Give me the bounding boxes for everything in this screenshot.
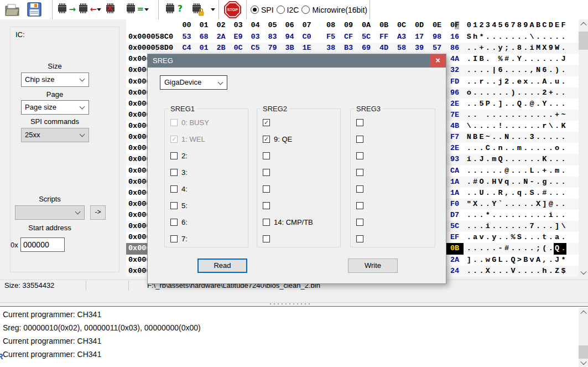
save-file-button[interactable] bbox=[26, 1, 44, 18]
ascii-cell[interactable]: A bbox=[535, 255, 541, 266]
ascii-cell[interactable]: . bbox=[535, 232, 541, 243]
ascii-cell[interactable]: o bbox=[554, 143, 560, 154]
ascii-cell[interactable]: J bbox=[560, 54, 566, 65]
ascii-cell[interactable]: # bbox=[472, 177, 478, 188]
hex-byte[interactable]: 1A bbox=[446, 188, 464, 199]
ascii-cell[interactable]: . bbox=[485, 43, 491, 54]
ascii-cell[interactable]: . bbox=[523, 221, 529, 232]
checkbox-sreg2-bit4[interactable] bbox=[263, 185, 270, 193]
ascii-cell[interactable]: L bbox=[529, 166, 535, 177]
ascii-cell[interactable]: O bbox=[478, 177, 485, 188]
ascii-cell[interactable]: K bbox=[560, 121, 566, 132]
ascii-cell[interactable]: . bbox=[535, 132, 541, 143]
hex-byte[interactable]: EF bbox=[446, 232, 464, 243]
ascii-cell[interactable]: . bbox=[535, 177, 541, 188]
ascii-cell[interactable]: . bbox=[560, 65, 566, 76]
ascii-cell[interactable]: . bbox=[466, 243, 472, 254]
ascii-cell[interactable]: . bbox=[472, 87, 478, 99]
ascii-cell[interactable]: ` bbox=[497, 199, 503, 210]
page-size-select[interactable]: Page size bbox=[21, 100, 89, 115]
ascii-cell[interactable]: . bbox=[554, 32, 560, 43]
ascii-cell[interactable]: . bbox=[485, 32, 491, 43]
ascii-cell[interactable]: . bbox=[554, 132, 560, 143]
scroll-down-button[interactable] bbox=[579, 267, 588, 277]
ascii-cell[interactable]: . bbox=[491, 76, 497, 87]
ascii-cell[interactable]: . bbox=[529, 54, 535, 65]
ascii-cell[interactable]: . bbox=[560, 32, 566, 43]
checkbox-sreg2-bit5[interactable] bbox=[263, 202, 270, 209]
hex-byte[interactable]: F0 bbox=[446, 199, 464, 210]
ascii-cell[interactable]: . bbox=[554, 54, 560, 65]
ascii-cell[interactable]: . bbox=[542, 221, 548, 232]
open-file-button[interactable] bbox=[4, 1, 22, 18]
ascii-cell[interactable]: . bbox=[548, 177, 554, 188]
ascii-cell[interactable]: . bbox=[503, 266, 509, 277]
ascii-cell[interactable]: m bbox=[491, 154, 497, 165]
ascii-cell[interactable]: . bbox=[510, 99, 516, 110]
checkbox-sreg3-bit4[interactable] bbox=[356, 185, 363, 193]
ascii-cell[interactable]: . bbox=[510, 54, 516, 65]
ascii-cell[interactable]: m bbox=[554, 166, 560, 177]
ascii-cell[interactable]: Q bbox=[516, 99, 522, 110]
ascii-cell[interactable]: . bbox=[497, 32, 503, 43]
hex-byte[interactable]: 01 bbox=[195, 43, 212, 54]
ascii-cell[interactable]: . bbox=[466, 54, 472, 65]
ascii-cell[interactable]: g bbox=[542, 177, 548, 188]
ascii-cell[interactable]: . bbox=[529, 266, 535, 277]
hex-byte[interactable]: C5 bbox=[247, 43, 264, 54]
ascii-cell[interactable]: * bbox=[478, 32, 485, 43]
ascii-cell[interactable]: . bbox=[542, 110, 548, 121]
write-chip-button[interactable]: → bbox=[56, 1, 74, 18]
checkbox-sreg2-bit7[interactable] bbox=[263, 235, 270, 242]
ascii-cell[interactable]: . bbox=[485, 188, 491, 199]
hex-byte[interactable]: FF bbox=[375, 32, 393, 43]
verify-chip-button[interactable]: = bbox=[124, 1, 142, 18]
ascii-cell[interactable]: . bbox=[491, 188, 497, 199]
ascii-cell[interactable]: . bbox=[560, 99, 566, 110]
ascii-cell[interactable]: 7 bbox=[529, 221, 535, 232]
ascii-cell[interactable]: . bbox=[503, 232, 509, 243]
ascii-cell[interactable]: . bbox=[485, 121, 491, 132]
ascii-cell[interactable]: C bbox=[485, 143, 491, 154]
ascii-cell[interactable]: . bbox=[503, 32, 509, 43]
ascii-cell[interactable]: Y bbox=[542, 99, 548, 110]
ascii-cell[interactable]: . bbox=[535, 54, 541, 65]
ascii-cell[interactable]: 6 bbox=[542, 65, 548, 76]
ascii-cell[interactable]: h bbox=[542, 266, 548, 277]
ascii-cell[interactable]: ] bbox=[542, 199, 548, 210]
hex-byte[interactable]: F7 bbox=[446, 132, 464, 143]
ascii-cell[interactable]: . bbox=[510, 243, 516, 254]
ascii-cell[interactable]: % bbox=[497, 54, 503, 65]
hex-byte[interactable]: 7E bbox=[446, 110, 464, 121]
ascii-cell[interactable]: . bbox=[560, 76, 566, 87]
ascii-cell[interactable]: Q bbox=[497, 154, 503, 165]
ascii-cell[interactable]: . bbox=[554, 121, 560, 132]
hex-byte[interactable]: 0B bbox=[446, 243, 464, 254]
ascii-cell[interactable]: . bbox=[510, 221, 516, 232]
hex-byte[interactable]: 16 bbox=[446, 32, 464, 43]
ascii-cell[interactable]: . bbox=[554, 210, 560, 221]
ascii-cell[interactable]: . bbox=[485, 199, 491, 210]
ascii-cell[interactable]: . bbox=[516, 110, 522, 121]
checkbox-sreg1-bit7[interactable] bbox=[170, 235, 178, 242]
ascii-cell[interactable]: . bbox=[548, 65, 554, 76]
ascii-cell[interactable]: . bbox=[478, 143, 485, 154]
ascii-cell[interactable]: . bbox=[466, 188, 472, 199]
ascii-cell[interactable]: . bbox=[510, 188, 516, 199]
ascii-cell[interactable]: . bbox=[491, 43, 497, 54]
ascii-cell[interactable]: 6 bbox=[497, 65, 503, 76]
ascii-cell[interactable] bbox=[491, 54, 497, 65]
log-scrollbar-thumb[interactable] bbox=[579, 345, 588, 359]
ascii-cell[interactable]: . bbox=[560, 143, 566, 154]
ascii-cell[interactable]: E bbox=[478, 132, 485, 143]
ascii-cell[interactable]: . bbox=[523, 199, 529, 210]
ascii-cell[interactable]: . bbox=[548, 221, 554, 232]
ascii-cell[interactable]: . bbox=[510, 121, 516, 132]
ascii-cell[interactable]: S bbox=[516, 232, 522, 243]
ascii-cell[interactable]: . bbox=[516, 132, 522, 143]
hex-byte[interactable]: 5C bbox=[446, 221, 464, 232]
ascii-cell[interactable]: $ bbox=[560, 266, 566, 277]
ascii-cell[interactable]: . bbox=[510, 110, 516, 121]
ascii-cell[interactable]: X bbox=[535, 199, 541, 210]
ascii-cell[interactable]: . bbox=[535, 221, 541, 232]
